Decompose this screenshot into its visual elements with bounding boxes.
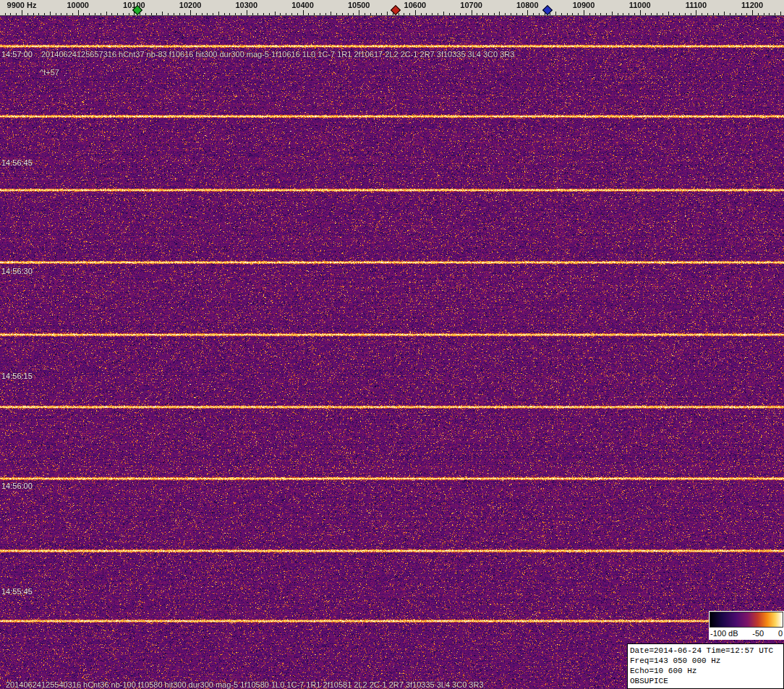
freq-tick-mark bbox=[432, 13, 433, 15]
freq-tick-mark bbox=[595, 13, 596, 15]
freq-tick-mark bbox=[50, 12, 51, 15]
freq-tick-mark bbox=[438, 13, 438, 15]
freq-tick-mark bbox=[184, 13, 185, 15]
freq-tick-mark bbox=[426, 13, 427, 15]
freq-tick-mark bbox=[207, 13, 208, 15]
freq-tick-mark bbox=[10, 13, 11, 15]
freq-tick-mark bbox=[387, 12, 388, 15]
freq-tick-mark bbox=[235, 13, 236, 15]
info-line: Date=2014-06-24 Time=12:57 UTC bbox=[630, 646, 781, 656]
freq-tick-mark bbox=[56, 13, 56, 15]
freq-tick-mark bbox=[472, 10, 472, 15]
freq-tick-mark bbox=[5, 13, 6, 15]
waterfall-canvas[interactable] bbox=[0, 16, 784, 689]
freq-tick-mark bbox=[780, 12, 781, 15]
freq-tick-mark bbox=[752, 10, 753, 15]
freq-tick-mark bbox=[44, 13, 45, 15]
freq-tick-mark bbox=[572, 13, 573, 15]
freq-tick-mark bbox=[280, 13, 281, 15]
freq-tick-mark bbox=[257, 13, 258, 15]
freq-tick-mark bbox=[252, 13, 253, 15]
freq-tick-mark bbox=[612, 12, 613, 15]
freq-tick-mark bbox=[72, 13, 73, 15]
freq-tick-label: 10900 bbox=[573, 1, 595, 9]
freq-tick-label: 10200 bbox=[179, 1, 202, 9]
freq-tick-mark bbox=[707, 13, 708, 15]
freq-tick-mark bbox=[685, 13, 686, 15]
freq-tick-mark bbox=[325, 13, 326, 15]
frequency-ruler: 9900 Hz100001010010200103001040010500106… bbox=[0, 0, 784, 16]
freq-tick-mark bbox=[679, 13, 680, 15]
freq-tick-mark bbox=[22, 10, 22, 15]
freq-tick-mark bbox=[764, 13, 764, 15]
freq-tick-mark bbox=[399, 13, 399, 15]
freq-tick-mark bbox=[499, 12, 500, 15]
freq-tick-mark bbox=[629, 13, 629, 15]
freq-tick-mark bbox=[78, 10, 79, 15]
freq-tick-mark bbox=[724, 12, 725, 15]
freq-tick-mark bbox=[123, 13, 124, 15]
freq-tick-mark bbox=[409, 13, 410, 15]
freq-tick-mark bbox=[320, 13, 320, 15]
freq-tick-mark bbox=[730, 13, 730, 15]
freq-tick-mark bbox=[713, 13, 714, 15]
freq-tick-mark bbox=[202, 13, 203, 15]
freq-tick-mark bbox=[111, 13, 112, 15]
freq-tick-mark bbox=[651, 13, 652, 15]
freq-tick-mark bbox=[539, 13, 540, 15]
freq-tick-mark bbox=[618, 13, 618, 15]
freq-tick-mark bbox=[746, 13, 747, 15]
freq-tick-mark bbox=[589, 13, 590, 15]
freq-tick-mark bbox=[213, 13, 213, 15]
info-line: Echo=10 600 Hz bbox=[630, 666, 781, 676]
freq-tick-label: 11200 bbox=[741, 1, 763, 9]
colorbar-label: 0 bbox=[778, 628, 783, 639]
freq-tick-mark bbox=[606, 13, 607, 15]
freq-tick-mark bbox=[168, 13, 169, 15]
freq-tick-mark bbox=[275, 12, 276, 15]
freq-tick-label: 10000 bbox=[67, 1, 89, 9]
freq-tick-mark bbox=[736, 13, 736, 15]
freq-tick-label: 11100 bbox=[686, 1, 707, 9]
freq-tick-mark bbox=[376, 13, 377, 15]
freq-tick-mark bbox=[331, 12, 331, 15]
freq-tick-mark bbox=[477, 13, 477, 15]
freq-tick-mark bbox=[578, 13, 579, 15]
freq-tick-mark bbox=[359, 10, 359, 15]
freq-tick-label: 9900 Hz bbox=[7, 1, 37, 9]
freq-tick-mark bbox=[657, 13, 657, 15]
freq-tick-mark bbox=[145, 13, 146, 15]
freq-tick-mark bbox=[162, 12, 163, 15]
freq-tick-mark bbox=[196, 13, 197, 15]
freq-tick-mark bbox=[404, 13, 404, 15]
freq-tick-mark bbox=[247, 10, 247, 15]
freq-tick-mark bbox=[229, 13, 230, 15]
freq-tick-mark bbox=[190, 10, 191, 15]
freq-tick-mark bbox=[174, 13, 174, 15]
freq-tick-mark bbox=[533, 13, 534, 15]
freq-tick-mark bbox=[218, 12, 219, 15]
freq-tick-mark bbox=[640, 10, 641, 15]
freq-tick-mark bbox=[775, 13, 775, 15]
freq-tick-mark bbox=[505, 13, 506, 15]
freq-tick-mark bbox=[342, 13, 343, 15]
spectrogram-app: { "app": {"title": "Spectrum waterfall d… bbox=[0, 0, 784, 689]
freq-tick-mark bbox=[129, 13, 129, 15]
freq-tick-mark bbox=[117, 13, 118, 15]
freq-tick-mark bbox=[555, 12, 556, 15]
freq-tick-mark bbox=[584, 10, 584, 15]
colorbar-labels: -100 dB-500 bbox=[710, 628, 783, 639]
freq-tick-mark bbox=[348, 13, 349, 15]
freq-tick-label: 10300 bbox=[236, 1, 258, 9]
freq-tick-mark bbox=[269, 13, 270, 15]
colorbar-legend: -100 dB-500 bbox=[709, 611, 784, 640]
freq-tick-mark bbox=[741, 13, 742, 15]
info-line: OBSUPICE bbox=[630, 676, 781, 686]
freq-tick-mark bbox=[769, 13, 770, 15]
freq-tick-mark bbox=[336, 13, 337, 15]
freq-tick-mark bbox=[421, 13, 422, 15]
freq-tick-mark bbox=[140, 13, 140, 15]
freq-tick-mark bbox=[16, 13, 17, 15]
freq-tick-mark bbox=[696, 10, 696, 15]
freq-tick-mark bbox=[443, 12, 444, 15]
